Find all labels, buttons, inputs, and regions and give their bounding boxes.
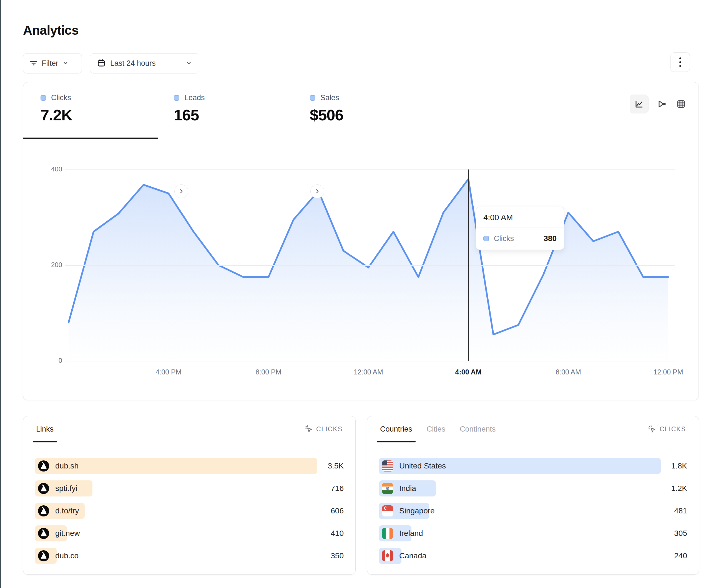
list-item[interactable]: git.new410: [35, 525, 344, 541]
stat-value: 7.2K: [41, 106, 158, 124]
list-item-content: git.new: [35, 525, 80, 541]
list-item-value: 3.5K: [317, 461, 344, 470]
stat-label: Leads: [184, 93, 205, 102]
metric-label: CLICKS: [316, 426, 343, 433]
analytics-page: Analytics Filter Last 24 hours Clicks: [0, 0, 711, 588]
links-list: dub.sh3.5Kspti.fyi716d.to/try606git.new4…: [23, 442, 356, 564]
list-item-content: Ireland: [379, 525, 423, 541]
chart-view-switcher: [630, 95, 686, 113]
table-view-button[interactable]: [676, 99, 686, 109]
funnel-chart-icon: [657, 99, 667, 109]
chart-hover-line: [468, 169, 469, 361]
table-grid-icon: [676, 99, 686, 109]
y-axis-tick: 200: [35, 261, 62, 269]
list-item-label: dub.co: [55, 551, 79, 560]
expand-clicks-button[interactable]: [174, 184, 188, 198]
tab-continents[interactable]: Continents: [460, 416, 496, 442]
list-item-label: git.new: [55, 529, 80, 538]
list-item-value: 481: [661, 506, 687, 515]
x-axis-tick: 4:00 AM: [445, 368, 492, 376]
list-item[interactable]: United States1.8K: [379, 458, 687, 474]
screen-edge-strip: [0, 0, 1, 588]
x-axis-tick: 8:00 PM: [245, 368, 292, 376]
ie-flag-icon: [382, 528, 393, 539]
x-axis-tick: 4:00 PM: [145, 368, 192, 376]
in-flag-icon: [382, 483, 393, 494]
list-item[interactable]: dub.sh3.5K: [35, 458, 344, 474]
tab-clicks[interactable]: Clicks 7.2K: [23, 82, 158, 139]
list-item-label: Ireland: [399, 529, 423, 538]
more-options-button[interactable]: [670, 52, 690, 72]
calendar-icon: [97, 59, 106, 68]
tab-cities[interactable]: Cities: [427, 416, 446, 442]
list-item-value: 606: [317, 506, 344, 515]
list-item-value: 716: [317, 484, 344, 493]
line-chart-icon: [634, 99, 644, 109]
ca-flag-icon: [382, 550, 393, 561]
y-axis-tick: 0: [35, 357, 62, 364]
list-item[interactable]: Singapore481: [379, 503, 687, 519]
y-axis-tick: 400: [35, 165, 62, 173]
list-item-label: Canada: [399, 551, 427, 560]
line-chart-view-button[interactable]: [630, 95, 649, 113]
filter-button[interactable]: Filter: [23, 53, 82, 73]
list-item-label: dub.sh: [55, 461, 79, 470]
dub-logo-avatar: [38, 528, 49, 539]
expand-leads-button[interactable]: [310, 184, 324, 198]
chevron-right-icon: [180, 190, 182, 193]
locations-panel: Countries Cities Continents CLICKS Unite…: [367, 416, 699, 575]
stat-label: Clicks: [51, 93, 71, 102]
list-item-content: dub.co: [35, 548, 79, 564]
sg-flag-icon: [382, 505, 393, 516]
list-item[interactable]: India1.2K: [379, 480, 687, 496]
list-item[interactable]: dub.co350: [35, 548, 344, 564]
list-item[interactable]: spti.fyi716: [35, 480, 344, 496]
list-item-value: 350: [317, 551, 344, 560]
list-item-content: spti.fyi: [35, 480, 77, 496]
tab-links[interactable]: Links: [36, 416, 53, 442]
list-item-content: d.to/try: [35, 503, 79, 519]
list-item-label: Singapore: [399, 506, 435, 515]
list-item[interactable]: d.to/try606: [35, 503, 344, 519]
chevron-down-icon: [185, 59, 192, 68]
leads-legend-chip: [174, 95, 179, 101]
countries-list: United States1.8KIndia1.2KSingapore481Ir…: [367, 442, 699, 564]
chart-tooltip: 4:00 AM Clicks 380: [476, 207, 564, 250]
list-item-value: 1.8K: [661, 461, 687, 470]
chevron-down-icon: [62, 60, 69, 67]
cursor-click-icon: [304, 425, 313, 433]
tooltip-title: 4:00 AM: [476, 207, 564, 227]
gridline: [65, 169, 675, 170]
tab-countries[interactable]: Countries: [380, 416, 412, 442]
tab-leads[interactable]: Leads 165: [158, 82, 294, 139]
stat-label: Sales: [320, 93, 339, 102]
list-item-content: India: [379, 480, 416, 496]
page-title: Analytics: [23, 23, 79, 38]
stat-value: 165: [174, 106, 294, 124]
analytics-chart-card: Clicks 7.2K Leads 165 Sales $506: [23, 82, 699, 400]
funnel-view-button[interactable]: [657, 99, 667, 109]
metric-label: CLICKS: [660, 426, 686, 433]
dub-logo-avatar: [38, 483, 49, 494]
stats-tab-row: Clicks 7.2K Leads 165 Sales $506: [23, 82, 698, 139]
tooltip-value: 380: [544, 234, 557, 243]
list-item-label: d.to/try: [55, 506, 79, 515]
clicks-legend-chip: [41, 95, 46, 101]
list-item[interactable]: Canada240: [379, 548, 687, 564]
filter-button-label: Filter: [42, 59, 58, 68]
list-item[interactable]: Ireland305: [379, 525, 687, 541]
countries-metric-selector[interactable]: CLICKS: [648, 425, 686, 433]
list-item-label: India: [399, 484, 416, 493]
list-item-value: 240: [661, 551, 687, 560]
links-metric-selector[interactable]: CLICKS: [304, 425, 343, 433]
x-axis-tick: 12:00 PM: [645, 368, 692, 376]
gridline: [65, 361, 675, 361]
dub-logo-avatar: [38, 460, 49, 472]
kebab-menu-icon: [680, 58, 681, 67]
gridline: [65, 265, 675, 266]
list-item-content: dub.sh: [35, 458, 79, 474]
dub-logo-avatar: [38, 505, 49, 516]
tooltip-series-chip: [483, 236, 489, 241]
date-range-button[interactable]: Last 24 hours: [90, 53, 199, 73]
us-flag-icon: [382, 460, 393, 472]
